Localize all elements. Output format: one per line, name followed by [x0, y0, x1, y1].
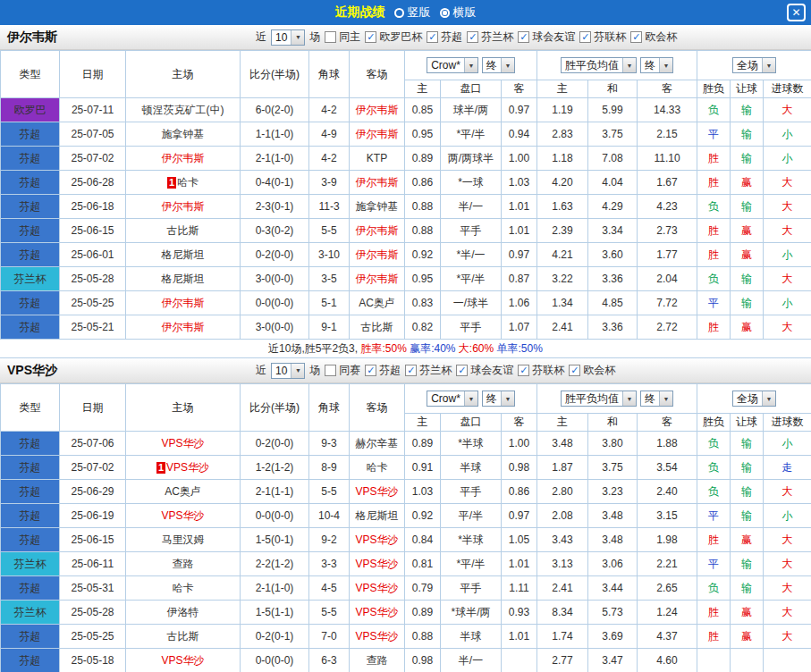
result-handicap: 赢 [731, 243, 764, 267]
team-link[interactable]: 伊尔韦斯 [356, 273, 399, 285]
final-avg-select[interactable]: 终▼ [640, 391, 673, 407]
team-link[interactable]: 赫尔辛基 [356, 437, 399, 449]
avg-home: 1.19 [537, 98, 588, 122]
match-count-select[interactable]: 10▼ [271, 29, 305, 46]
filter-checkbox-芬兰杯[interactable]: ✓芬兰杯 [467, 29, 513, 45]
filter-checkbox-芬超[interactable]: ✓芬超 [427, 29, 462, 45]
team-cell: 伊尔韦斯 [350, 171, 405, 195]
team-link[interactable]: VPS华沙 [355, 582, 398, 594]
team-link[interactable]: 伊尔韦斯 [162, 321, 205, 333]
corner-score: 5-1 [309, 291, 350, 315]
match-score: 2-1(1-0) [241, 147, 309, 171]
avg-home: 1.87 [537, 456, 588, 480]
final-odds-select[interactable]: 终▼ [482, 57, 515, 73]
match-row: 芬超25-06-281哈卡0-4(0-1)3-9伊尔韦斯0.86*一球1.034… [1, 171, 811, 195]
team-link[interactable]: VPS华沙 [355, 630, 398, 643]
radio-vertical-layout[interactable]: 竖版 [394, 4, 431, 21]
match-date: 25-05-28 [60, 601, 126, 625]
team-link[interactable]: 施拿钟基 [356, 200, 399, 213]
result-handicap: 赢 [731, 219, 764, 243]
team-link[interactable]: VPS华沙 [161, 437, 204, 449]
avg-select[interactable]: 胜平负均值▼ [561, 57, 637, 73]
filter-checkbox-芬联杯[interactable]: ✓芬联杯 [518, 363, 564, 378]
match-count-select[interactable]: 10▼ [271, 363, 305, 379]
match-row: 芬超25-06-18伊尔韦斯2-3(0-1)11-3施拿钟基0.88半/一1.0… [1, 195, 811, 219]
team-link[interactable]: 伊尔韦斯 [162, 152, 205, 164]
final-odds-select[interactable]: 终▼ [482, 391, 515, 407]
filter-checkbox-同主[interactable]: 同主 [325, 29, 360, 45]
team-link[interactable]: 古比斯 [167, 224, 199, 237]
scope-select[interactable]: 全场▼ [732, 391, 776, 407]
bookmaker-select[interactable]: Crow*▼ [427, 391, 478, 407]
team-link[interactable]: 伊尔韦斯 [356, 176, 399, 189]
team-link[interactable]: 格尼斯坦 [162, 248, 205, 261]
team-cell: 伊尔韦斯 [126, 291, 241, 315]
subcol-客: 客 [638, 414, 697, 432]
team-link[interactable]: VPS华沙 [355, 606, 398, 618]
team-link[interactable]: 伊洛特 [167, 606, 199, 618]
team-link[interactable]: 格尼斯坦 [356, 509, 399, 522]
team-link[interactable]: 伊尔韦斯 [162, 200, 205, 213]
page-title: 近期战绩 [335, 4, 385, 21]
team-link[interactable]: 古比斯 [361, 321, 393, 333]
team-link[interactable]: 施拿钟基 [162, 128, 205, 140]
team-link[interactable]: 哈卡 [173, 582, 194, 594]
match-date: 25-05-31 [60, 576, 126, 601]
team-link[interactable]: VPS华沙 [355, 485, 398, 498]
result-wdl: 胜 [697, 219, 731, 243]
checkbox-checked-icon: ✓ [518, 365, 529, 376]
filter-checkbox-球会友谊[interactable]: ✓球会友谊 [456, 363, 513, 378]
filter-checkbox-芬兰杯[interactable]: ✓芬兰杯 [405, 363, 452, 378]
subcol-主: 主 [405, 414, 441, 432]
checkbox-checked-icon: ✓ [467, 31, 478, 43]
scope-group-header: 全场▼ [697, 384, 811, 414]
team-link[interactable]: 哈卡 [367, 461, 388, 474]
team-link[interactable]: KTP [367, 152, 387, 164]
filter-checkbox-欧会杯[interactable]: ✓欧会杯 [569, 363, 615, 378]
final-avg-select[interactable]: 终▼ [640, 57, 673, 73]
odds-away: 1.01 [502, 195, 537, 219]
avg-select[interactable]: 胜平负均值▼ [561, 391, 637, 407]
team-link[interactable]: 查路 [173, 558, 194, 570]
team-link[interactable]: 伊尔韦斯 [356, 248, 399, 261]
avg-home: 2.83 [537, 122, 588, 147]
team-link[interactable]: VPS华沙 [161, 509, 204, 522]
team-link[interactable]: 伊尔韦斯 [162, 297, 205, 309]
handicap-line: 平/半 [441, 504, 502, 528]
subcol-和: 和 [588, 80, 638, 98]
team-cell: AC奥卢 [350, 291, 405, 315]
filter-checkbox-球会友谊[interactable]: ✓球会友谊 [518, 29, 575, 45]
match-date: 25-06-15 [60, 528, 126, 552]
team-link[interactable]: VPS华沙 [355, 558, 398, 570]
odds-home: 0.91 [405, 456, 441, 480]
team-link[interactable]: VPS华沙 [166, 461, 209, 474]
filter-checkbox-芬超[interactable]: ✓芬超 [365, 363, 401, 378]
team-link[interactable]: VPS华沙 [161, 654, 204, 667]
filter-checkbox-欧会杯[interactable]: ✓欧会杯 [630, 29, 677, 45]
team-link[interactable]: 伊尔韦斯 [356, 128, 399, 140]
subcol-胜负: 胜负 [697, 80, 731, 98]
handicap-line: 平手 [441, 219, 502, 243]
radio-horizontal-layout[interactable]: 横版 [440, 4, 477, 21]
team-link[interactable]: 哈卡 [177, 176, 199, 189]
filter-checkbox-欧罗巴杯[interactable]: ✓欧罗巴杯 [365, 29, 422, 45]
team-link[interactable]: 顿涅茨克矿工(中) [142, 104, 224, 116]
corner-score: 4-5 [309, 576, 350, 601]
close-button[interactable]: ✕ [787, 4, 806, 21]
team-link[interactable]: 古比斯 [167, 630, 199, 643]
team-cell: VPS华沙 [350, 528, 405, 552]
team-link[interactable]: VPS华沙 [355, 533, 398, 546]
filter-checkbox-芬联杯[interactable]: ✓芬联杯 [579, 29, 626, 45]
team-link[interactable]: 伊尔韦斯 [356, 224, 399, 237]
bookmaker-select[interactable]: Crow*▼ [427, 57, 478, 73]
team-link[interactable]: 伊尔韦斯 [356, 104, 399, 116]
scope-select[interactable]: 全场▼ [732, 57, 776, 73]
team-cell: VPS华沙 [350, 480, 405, 504]
team-link[interactable]: 格尼斯坦 [162, 273, 205, 285]
team-link[interactable]: 查路 [367, 654, 388, 667]
team-link[interactable]: 马里汉姆 [162, 533, 205, 546]
team-link[interactable]: AC奥卢 [165, 485, 201, 498]
team-link[interactable]: AC奥卢 [359, 297, 395, 309]
match-score: 0-0(0-0) [241, 504, 309, 528]
filter-checkbox-同赛[interactable]: 同赛 [325, 363, 360, 378]
